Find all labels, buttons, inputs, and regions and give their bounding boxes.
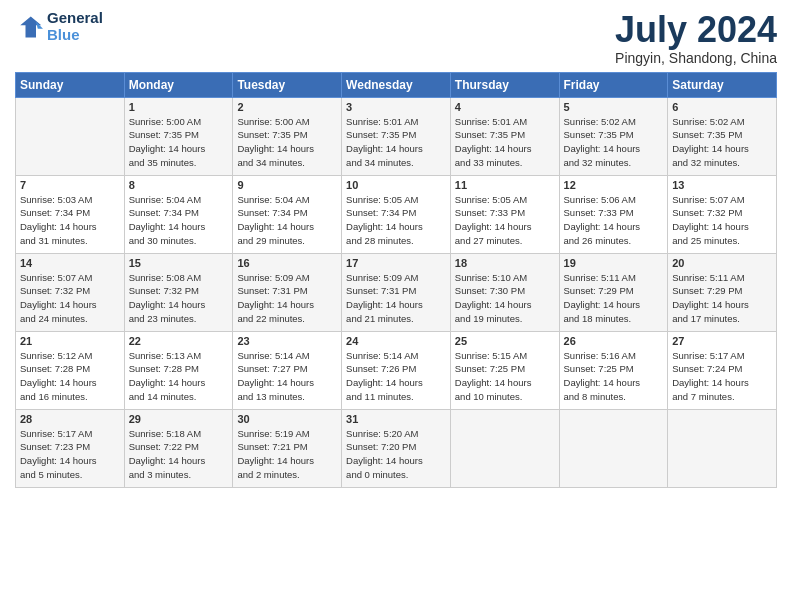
calendar-cell: 8Sunrise: 5:04 AMSunset: 7:34 PMDaylight… — [124, 175, 233, 253]
calendar-cell: 3Sunrise: 5:01 AMSunset: 7:35 PMDaylight… — [342, 97, 451, 175]
calendar-cell: 13Sunrise: 5:07 AMSunset: 7:32 PMDayligh… — [668, 175, 777, 253]
day-number: 8 — [129, 179, 229, 191]
day-number: 20 — [672, 257, 772, 269]
weekday-header: Thursday — [450, 72, 559, 97]
calendar-cell: 1Sunrise: 5:00 AMSunset: 7:35 PMDaylight… — [124, 97, 233, 175]
day-info: Sunrise: 5:13 AMSunset: 7:28 PMDaylight:… — [129, 349, 229, 404]
day-number: 31 — [346, 413, 446, 425]
day-info: Sunrise: 5:00 AMSunset: 7:35 PMDaylight:… — [237, 115, 337, 170]
day-info: Sunrise: 5:17 AMSunset: 7:23 PMDaylight:… — [20, 427, 120, 482]
day-info: Sunrise: 5:19 AMSunset: 7:21 PMDaylight:… — [237, 427, 337, 482]
day-info: Sunrise: 5:09 AMSunset: 7:31 PMDaylight:… — [346, 271, 446, 326]
calendar-cell: 31Sunrise: 5:20 AMSunset: 7:20 PMDayligh… — [342, 409, 451, 487]
day-number: 18 — [455, 257, 555, 269]
day-info: Sunrise: 5:05 AMSunset: 7:33 PMDaylight:… — [455, 193, 555, 248]
month-title: July 2024 — [615, 10, 777, 50]
day-number: 3 — [346, 101, 446, 113]
day-number: 30 — [237, 413, 337, 425]
calendar-cell: 28Sunrise: 5:17 AMSunset: 7:23 PMDayligh… — [16, 409, 125, 487]
calendar-cell: 30Sunrise: 5:19 AMSunset: 7:21 PMDayligh… — [233, 409, 342, 487]
calendar-body: 1Sunrise: 5:00 AMSunset: 7:35 PMDaylight… — [16, 97, 777, 487]
day-number: 12 — [564, 179, 664, 191]
day-info: Sunrise: 5:14 AMSunset: 7:27 PMDaylight:… — [237, 349, 337, 404]
weekday-header: Wednesday — [342, 72, 451, 97]
day-number: 10 — [346, 179, 446, 191]
day-number: 15 — [129, 257, 229, 269]
calendar-cell — [668, 409, 777, 487]
logo-text: General Blue — [47, 10, 103, 43]
day-info: Sunrise: 5:20 AMSunset: 7:20 PMDaylight:… — [346, 427, 446, 482]
day-info: Sunrise: 5:10 AMSunset: 7:30 PMDaylight:… — [455, 271, 555, 326]
calendar-header: SundayMondayTuesdayWednesdayThursdayFrid… — [16, 72, 777, 97]
day-number: 13 — [672, 179, 772, 191]
calendar-week-row: 21Sunrise: 5:12 AMSunset: 7:28 PMDayligh… — [16, 331, 777, 409]
calendar-week-row: 1Sunrise: 5:00 AMSunset: 7:35 PMDaylight… — [16, 97, 777, 175]
day-number: 26 — [564, 335, 664, 347]
weekday-header: Friday — [559, 72, 668, 97]
calendar-cell: 20Sunrise: 5:11 AMSunset: 7:29 PMDayligh… — [668, 253, 777, 331]
day-number: 25 — [455, 335, 555, 347]
logo: General Blue — [15, 10, 103, 43]
location: Pingyin, Shandong, China — [615, 50, 777, 66]
day-info: Sunrise: 5:15 AMSunset: 7:25 PMDaylight:… — [455, 349, 555, 404]
calendar-cell: 15Sunrise: 5:08 AMSunset: 7:32 PMDayligh… — [124, 253, 233, 331]
calendar-cell: 25Sunrise: 5:15 AMSunset: 7:25 PMDayligh… — [450, 331, 559, 409]
day-number: 24 — [346, 335, 446, 347]
calendar-cell: 22Sunrise: 5:13 AMSunset: 7:28 PMDayligh… — [124, 331, 233, 409]
day-info: Sunrise: 5:04 AMSunset: 7:34 PMDaylight:… — [237, 193, 337, 248]
day-number: 5 — [564, 101, 664, 113]
day-number: 27 — [672, 335, 772, 347]
calendar-cell — [559, 409, 668, 487]
calendar-cell: 18Sunrise: 5:10 AMSunset: 7:30 PMDayligh… — [450, 253, 559, 331]
calendar-cell: 21Sunrise: 5:12 AMSunset: 7:28 PMDayligh… — [16, 331, 125, 409]
calendar-cell: 9Sunrise: 5:04 AMSunset: 7:34 PMDaylight… — [233, 175, 342, 253]
day-info: Sunrise: 5:08 AMSunset: 7:32 PMDaylight:… — [129, 271, 229, 326]
calendar-cell: 29Sunrise: 5:18 AMSunset: 7:22 PMDayligh… — [124, 409, 233, 487]
day-info: Sunrise: 5:02 AMSunset: 7:35 PMDaylight:… — [564, 115, 664, 170]
day-number: 22 — [129, 335, 229, 347]
calendar-cell: 5Sunrise: 5:02 AMSunset: 7:35 PMDaylight… — [559, 97, 668, 175]
day-number: 2 — [237, 101, 337, 113]
day-info: Sunrise: 5:00 AMSunset: 7:35 PMDaylight:… — [129, 115, 229, 170]
day-info: Sunrise: 5:16 AMSunset: 7:25 PMDaylight:… — [564, 349, 664, 404]
logo-line2: Blue — [47, 27, 103, 44]
calendar-cell: 7Sunrise: 5:03 AMSunset: 7:34 PMDaylight… — [16, 175, 125, 253]
day-info: Sunrise: 5:17 AMSunset: 7:24 PMDaylight:… — [672, 349, 772, 404]
calendar-cell: 16Sunrise: 5:09 AMSunset: 7:31 PMDayligh… — [233, 253, 342, 331]
calendar-cell — [16, 97, 125, 175]
calendar-cell: 6Sunrise: 5:02 AMSunset: 7:35 PMDaylight… — [668, 97, 777, 175]
calendar-cell: 27Sunrise: 5:17 AMSunset: 7:24 PMDayligh… — [668, 331, 777, 409]
calendar-cell: 2Sunrise: 5:00 AMSunset: 7:35 PMDaylight… — [233, 97, 342, 175]
calendar-cell: 14Sunrise: 5:07 AMSunset: 7:32 PMDayligh… — [16, 253, 125, 331]
day-info: Sunrise: 5:14 AMSunset: 7:26 PMDaylight:… — [346, 349, 446, 404]
calendar-cell: 24Sunrise: 5:14 AMSunset: 7:26 PMDayligh… — [342, 331, 451, 409]
day-info: Sunrise: 5:12 AMSunset: 7:28 PMDaylight:… — [20, 349, 120, 404]
day-number: 6 — [672, 101, 772, 113]
day-info: Sunrise: 5:18 AMSunset: 7:22 PMDaylight:… — [129, 427, 229, 482]
calendar-cell: 12Sunrise: 5:06 AMSunset: 7:33 PMDayligh… — [559, 175, 668, 253]
day-number: 4 — [455, 101, 555, 113]
day-number: 23 — [237, 335, 337, 347]
header: General Blue July 2024 Pingyin, Shandong… — [15, 10, 777, 66]
calendar-cell: 26Sunrise: 5:16 AMSunset: 7:25 PMDayligh… — [559, 331, 668, 409]
day-number: 17 — [346, 257, 446, 269]
page: General Blue July 2024 Pingyin, Shandong… — [0, 0, 792, 612]
day-number: 9 — [237, 179, 337, 191]
calendar-week-row: 28Sunrise: 5:17 AMSunset: 7:23 PMDayligh… — [16, 409, 777, 487]
weekday-row: SundayMondayTuesdayWednesdayThursdayFrid… — [16, 72, 777, 97]
calendar-cell: 19Sunrise: 5:11 AMSunset: 7:29 PMDayligh… — [559, 253, 668, 331]
calendar-week-row: 14Sunrise: 5:07 AMSunset: 7:32 PMDayligh… — [16, 253, 777, 331]
day-number: 28 — [20, 413, 120, 425]
day-info: Sunrise: 5:04 AMSunset: 7:34 PMDaylight:… — [129, 193, 229, 248]
logo-icon — [15, 13, 43, 41]
day-number: 19 — [564, 257, 664, 269]
calendar-week-row: 7Sunrise: 5:03 AMSunset: 7:34 PMDaylight… — [16, 175, 777, 253]
day-info: Sunrise: 5:09 AMSunset: 7:31 PMDaylight:… — [237, 271, 337, 326]
day-number: 21 — [20, 335, 120, 347]
day-info: Sunrise: 5:01 AMSunset: 7:35 PMDaylight:… — [455, 115, 555, 170]
day-info: Sunrise: 5:11 AMSunset: 7:29 PMDaylight:… — [672, 271, 772, 326]
day-number: 29 — [129, 413, 229, 425]
day-info: Sunrise: 5:05 AMSunset: 7:34 PMDaylight:… — [346, 193, 446, 248]
day-info: Sunrise: 5:07 AMSunset: 7:32 PMDaylight:… — [20, 271, 120, 326]
weekday-header: Saturday — [668, 72, 777, 97]
